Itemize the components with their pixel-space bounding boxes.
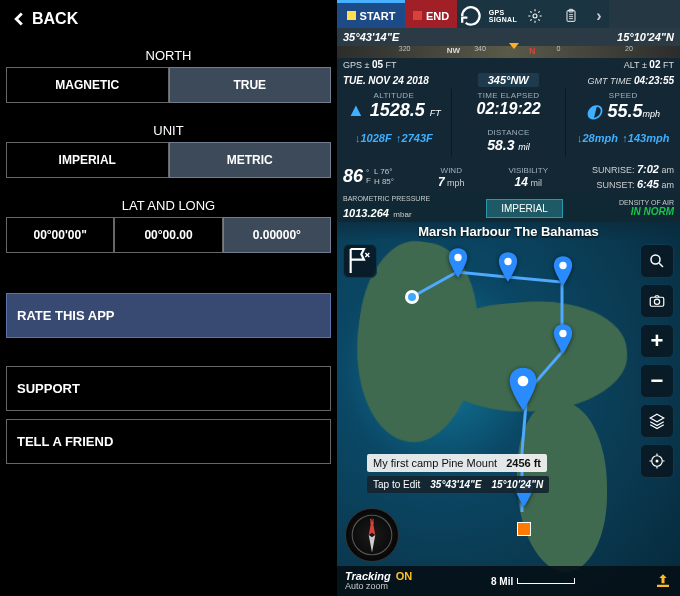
compass-ruler[interactable]: 320 340 0 20 NW N (337, 46, 680, 58)
alt-max: ↑2743F (396, 132, 433, 144)
zoom-out-button[interactable]: − (640, 364, 674, 398)
wind-unit: mph (447, 178, 465, 188)
current-location-dot[interactable] (405, 290, 419, 304)
elapsed-value: 02:19:22 (454, 100, 564, 118)
latlong-option-decimal[interactable]: 0.00000° (223, 217, 331, 253)
ruler-n: N (529, 46, 536, 56)
settings-screen: BACK NORTH MAGNETIC TRUE UNIT IMPERIAL M… (0, 0, 337, 596)
chevron-left-icon (12, 12, 26, 26)
density-label: DENSITY OF AIR (619, 199, 674, 207)
signal-label: SIGNAL (489, 16, 517, 23)
latlong-section-label: LAT AND LONG (0, 198, 337, 213)
top-toolbar: START END GPSSIGNAL › (337, 0, 680, 28)
alt-acc-unit: FT (663, 60, 674, 70)
chevron-right-icon: › (596, 7, 601, 25)
imperial-toggle[interactable]: IMPERIAL (486, 199, 563, 218)
north-option-magnetic[interactable]: MAGNETIC (6, 67, 169, 103)
start-label: START (360, 10, 396, 22)
speed-min: ↓28mph (577, 132, 618, 144)
latlong-option-dms[interactable]: 00°00'00" (6, 217, 114, 253)
gear-icon (527, 8, 543, 24)
map-side-tools: + − (640, 244, 674, 478)
svg-rect-11 (657, 585, 669, 587)
camera-button[interactable] (640, 284, 674, 318)
altitude-unit: FT (430, 108, 441, 118)
speed-unit: mph (642, 109, 660, 119)
start-button[interactable]: START (337, 0, 405, 28)
start-indicator-icon (347, 11, 356, 20)
end-button[interactable]: END (405, 0, 457, 28)
search-icon (648, 252, 666, 270)
waypoint-flag-button[interactable] (343, 244, 377, 278)
locate-button[interactable] (640, 444, 674, 478)
back-button[interactable]: BACK (0, 0, 337, 38)
layers-button[interactable] (640, 404, 674, 438)
more-button[interactable]: › (589, 0, 609, 28)
north-option-true[interactable]: TRUE (169, 67, 332, 103)
map-view[interactable]: My first camp Pine Mount 2456 ft Tap to … (337, 222, 680, 596)
sunset-unit: am (661, 180, 674, 190)
compass-rose[interactable]: N (345, 508, 399, 562)
sunset-label: SUNSET: (596, 180, 634, 190)
svg-point-4 (504, 258, 511, 265)
altitude-minmax: ↓1028F ↑2743F (337, 126, 452, 157)
svg-point-16 (656, 460, 659, 463)
sunrise-label: SUNRISE: (592, 165, 635, 175)
heading-marker-icon (509, 43, 519, 49)
vis-value: 14 (515, 175, 528, 189)
tick-0: 0 (557, 45, 561, 52)
support-button[interactable]: SUPPORT (6, 366, 331, 411)
map-pin[interactable] (552, 256, 574, 286)
pressure-unit: mbar (393, 210, 411, 219)
map-pin-selected[interactable] (507, 367, 539, 411)
scale-bar: 8 Mil (491, 576, 575, 587)
map-pin[interactable] (497, 252, 519, 282)
speed-max: ↑143mph (622, 132, 669, 144)
rate-app-button[interactable]: RATE THIS APP (6, 293, 331, 338)
wind-value: 7 (438, 175, 445, 189)
unit-option-metric[interactable]: METRIC (169, 142, 332, 178)
tracking-sub: Auto zoom (345, 582, 412, 591)
distance-label: DISTANCE (454, 128, 564, 137)
map-pin[interactable] (447, 248, 469, 278)
tell-friend-button[interactable]: TELL A FRIEND (6, 419, 331, 464)
weekday: TUE. (343, 75, 366, 86)
log-button[interactable] (553, 0, 589, 28)
speed-value: 55.5 (607, 101, 642, 121)
waypoint-name: My first camp Pine Mount (373, 457, 497, 469)
latlong-segmented: 00°00'00" 00°00.00 0.00000° (6, 217, 331, 253)
search-button[interactable] (640, 244, 674, 278)
gps-signal-button[interactable]: GPSSIGNAL (457, 0, 517, 28)
pressure-value: 1013.264 (343, 207, 389, 219)
gmt-label: GMT TIME (587, 76, 631, 86)
gps-acc-label: GPS ± (343, 60, 369, 70)
wind-label: WIND (441, 166, 462, 175)
tap-to-edit-label: Tap to Edit (373, 479, 420, 490)
svg-point-7 (518, 376, 529, 387)
settings-button[interactable] (517, 0, 553, 28)
svg-point-3 (454, 254, 461, 261)
tracking-status[interactable]: Tracking ON Auto zoom (345, 571, 412, 591)
zoom-in-button[interactable]: + (640, 324, 674, 358)
altitude-value: 1528.5 (370, 100, 425, 120)
altitude-label: ALTITUDE (339, 91, 449, 100)
temp-high: H 85° (374, 177, 394, 187)
vis-unit: mil (530, 178, 542, 188)
unit-section-label: UNIT (0, 123, 337, 138)
waypoint-alt: 2456 ft (506, 457, 541, 469)
gps-label: GPS (489, 9, 517, 16)
share-icon[interactable] (654, 572, 672, 590)
map-pin[interactable] (552, 324, 574, 354)
tick-340: 340 (474, 45, 486, 52)
unit-option-imperial[interactable]: IMPERIAL (6, 142, 169, 178)
alt-min: ↓1028F (355, 132, 392, 144)
longitude-readout: 15°10'24"N (617, 31, 674, 43)
svg-point-5 (559, 262, 566, 269)
tick-20: 20 (625, 45, 633, 52)
elapsed-cell: TIME ELAPSED 02:19:22 (452, 89, 567, 126)
waypoint-edit-row[interactable]: Tap to Edit 35°43'14"E 15°10'24"N (367, 476, 549, 493)
unit-segmented: IMPERIAL METRIC (6, 142, 331, 178)
waypoint-label[interactable]: My first camp Pine Mount 2456 ft (367, 454, 547, 472)
density-value: IN NORM (619, 206, 674, 217)
latlong-option-dm[interactable]: 00°00.00 (114, 217, 222, 253)
